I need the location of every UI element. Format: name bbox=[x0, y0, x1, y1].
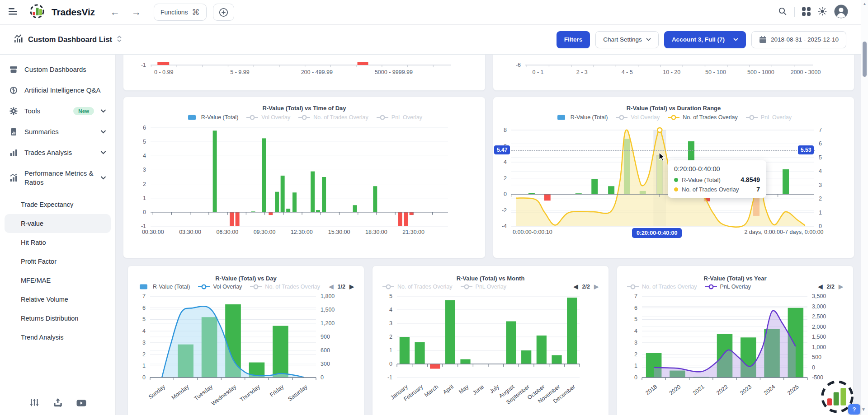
functions-button[interactable]: Functions ⌘ bbox=[154, 4, 207, 21]
svg-text:0: 0 bbox=[634, 374, 637, 381]
svg-text:0: 0 bbox=[389, 361, 392, 367]
pagination-label: 2/2 bbox=[582, 284, 590, 290]
legend-item[interactable]: No. of Trades Overlay bbox=[382, 284, 453, 290]
svg-text:0: 0 bbox=[142, 374, 146, 381]
sidebar-item-custom-dashboards[interactable]: Custom Dashboards bbox=[0, 59, 115, 80]
sidebar-item-summaries[interactable]: Summaries bbox=[0, 121, 115, 142]
sidebar-subitem-hit-ratio[interactable]: Hit Ratio bbox=[0, 233, 115, 252]
filter-sliders-button[interactable] bbox=[29, 398, 39, 410]
sidebar-subitem-relative-volume[interactable]: Relative Volume bbox=[0, 290, 115, 309]
legend-item[interactable]: PnL Overlay bbox=[377, 114, 422, 121]
new-badge: New bbox=[73, 107, 94, 115]
svg-text:0 - 0.99: 0 - 0.99 bbox=[154, 69, 173, 75]
sidebar-item-performance-metrics-ratios[interactable]: Performance Metrics & Ratios bbox=[0, 163, 115, 192]
svg-text:900: 900 bbox=[321, 334, 330, 340]
date-range-value: 2018-08-31 - 2025-12-10 bbox=[771, 36, 839, 43]
sidebar-item-tools[interactable]: ToolsNew bbox=[0, 101, 115, 121]
legend-item[interactable]: No. of Trades Overlay bbox=[298, 114, 368, 121]
scrollbar-thumb[interactable] bbox=[863, 42, 867, 77]
page-scrollbar[interactable]: ▲ bbox=[861, 0, 868, 415]
card-rvalue-vs-day[interactable]: R-Value (Total) vs DayR-Value (Total)Vol… bbox=[127, 266, 364, 415]
back-arrow-button[interactable]: ← bbox=[108, 7, 123, 18]
axis-strip-chart: 0 - 0.995 - 9.99200 - 499.995000 - 9999.… bbox=[123, 55, 486, 91]
svg-text:2018: 2018 bbox=[644, 383, 658, 396]
svg-text:2025: 2025 bbox=[786, 383, 800, 396]
pagination-prev-arrow[interactable]: ◀ bbox=[574, 283, 578, 290]
sidebar-item-trades-analysis[interactable]: Trades Analysis bbox=[0, 142, 115, 163]
svg-text:15:30:00: 15:30:00 bbox=[328, 229, 350, 235]
tooltip-series-dot bbox=[674, 178, 678, 182]
card-rvalue-vs-price-range[interactable]: 0 - 0.995 - 9.99200 - 499.995000 - 9999.… bbox=[123, 55, 486, 91]
svg-text:6: 6 bbox=[143, 125, 146, 131]
tooltip-series-value: 7 bbox=[756, 186, 760, 193]
svg-text:5: 5 bbox=[143, 139, 146, 145]
legend-item[interactable]: R-Value (Total) bbox=[556, 114, 608, 121]
sidebar-subitem-returns-distribution[interactable]: Returns Distribution bbox=[0, 309, 115, 328]
summaries-icon bbox=[9, 127, 18, 136]
svg-text:2: 2 bbox=[143, 181, 146, 187]
help-button[interactable]: ? bbox=[848, 404, 860, 415]
legend-item[interactable]: Vol Overlay bbox=[616, 114, 660, 121]
legend-item[interactable]: No. of Trades Overlay bbox=[627, 284, 697, 290]
youtube-button[interactable] bbox=[76, 398, 86, 410]
filters-button[interactable]: Filters bbox=[557, 31, 590, 48]
svg-text:2: 2 bbox=[389, 334, 392, 340]
pagination-prev-arrow[interactable]: ◀ bbox=[818, 283, 823, 290]
sidebar-subitem-r-value[interactable]: R-value bbox=[5, 214, 111, 233]
chart-plot[interactable]: 6543210-100:30:0003:30:0006:30:0009:30:0… bbox=[123, 97, 486, 259]
chart-title: R-Value (Total) vs Duration Range bbox=[493, 105, 854, 112]
sidebar-subitem-trend-analysis[interactable]: Trend Analysis bbox=[0, 328, 115, 347]
divider bbox=[794, 7, 795, 17]
pagination-next-arrow[interactable]: ▶ bbox=[594, 283, 599, 290]
card-rvalue-vs-month[interactable]: R-Value (Total) vs MonthNo. of Trades Ov… bbox=[372, 266, 609, 415]
legend-item[interactable]: R-Value (Total) bbox=[138, 284, 190, 290]
svg-text:June: June bbox=[472, 383, 485, 396]
add-dashboard-button[interactable] bbox=[213, 4, 234, 21]
tradesviz-logo-icon[interactable] bbox=[29, 3, 45, 21]
card-rvalue-vs-volume-range[interactable]: 0 - 12 - 34 - 510 - 2050 - 100500 - 1000… bbox=[493, 55, 854, 91]
hamburger-menu-icon[interactable] bbox=[8, 7, 18, 17]
sidebar-subitem-mfe-mae[interactable]: MFE/MAE bbox=[0, 271, 115, 290]
chart-legend: R-Value (Total)Vol OverlayNo. of Trades … bbox=[138, 283, 354, 290]
sidebar-subitem-profit-factor[interactable]: Profit Factor bbox=[0, 252, 115, 271]
theme-sun-icon[interactable] bbox=[818, 7, 827, 18]
legend-label: Vol Overlay bbox=[213, 284, 242, 290]
legend-item[interactable]: R-Value (Total) bbox=[186, 114, 238, 121]
svg-text:2020: 2020 bbox=[668, 383, 682, 396]
upload-button[interactable] bbox=[53, 398, 63, 410]
svg-text:5: 5 bbox=[142, 316, 146, 322]
sidebar-item-artificial-intelligence-q-a[interactable]: Artificial Intelligence Q&A bbox=[0, 80, 115, 101]
pagination-prev-arrow[interactable]: ◀ bbox=[329, 283, 334, 290]
help-caret-icon[interactable]: ▼ bbox=[861, 407, 866, 412]
legend-label: Vol Overlay bbox=[631, 114, 660, 121]
forward-arrow-button[interactable]: → bbox=[129, 7, 144, 18]
legend-item[interactable]: PnL Overlay bbox=[746, 114, 792, 121]
svg-text:July: July bbox=[489, 383, 501, 395]
legend-item[interactable]: Vol Overlay bbox=[198, 284, 242, 290]
card-rvalue-vs-time-of-day[interactable]: R-Value (Total) vs Time of DayR-Value (T… bbox=[123, 97, 486, 258]
sidebar-subitem-trade-expectancy[interactable]: Trade Expectancy bbox=[0, 195, 115, 214]
legend-item[interactable]: PnL Overlay bbox=[461, 284, 506, 290]
svg-text:1,500: 1,500 bbox=[321, 307, 335, 313]
card-rvalue-vs-duration-range[interactable]: 5.47 5.53 0:20:00-0:40:00 0:20:00-0:40:0… bbox=[493, 97, 854, 258]
legend-item[interactable]: Vol Overlay bbox=[246, 114, 290, 121]
apps-grid-icon[interactable] bbox=[802, 7, 811, 18]
account-selector-button[interactable]: Account 3, Full (7) bbox=[664, 31, 746, 48]
sort-selector-icon[interactable] bbox=[117, 35, 122, 44]
legend-circle-marker bbox=[668, 115, 679, 120]
scrollbar-up-arrow[interactable]: ▲ bbox=[861, 2, 868, 6]
legend-item[interactable]: No. of Trades Overlay bbox=[250, 284, 320, 290]
chart-settings-button[interactable]: Chart Settings bbox=[595, 31, 659, 48]
sidebar-subitems: Trade ExpectancyR-valueHit RatioProfit F… bbox=[0, 195, 115, 347]
search-icon[interactable] bbox=[778, 7, 787, 18]
crosshair-left-value: 5.47 bbox=[494, 145, 510, 154]
page-title: Custom Dashboard List bbox=[28, 35, 112, 44]
svg-text:3: 3 bbox=[634, 340, 637, 346]
avatar[interactable] bbox=[834, 5, 848, 20]
svg-text:-2: -2 bbox=[502, 207, 507, 214]
pagination-next-arrow[interactable]: ▶ bbox=[349, 283, 354, 290]
pagination-next-arrow[interactable]: ▶ bbox=[839, 283, 843, 290]
date-range-picker[interactable]: 2018-08-31 - 2025-12-10 bbox=[751, 31, 846, 48]
legend-item[interactable]: No. of Trades Overlay bbox=[668, 114, 738, 121]
legend-item[interactable]: PnL Overlay bbox=[705, 284, 751, 290]
